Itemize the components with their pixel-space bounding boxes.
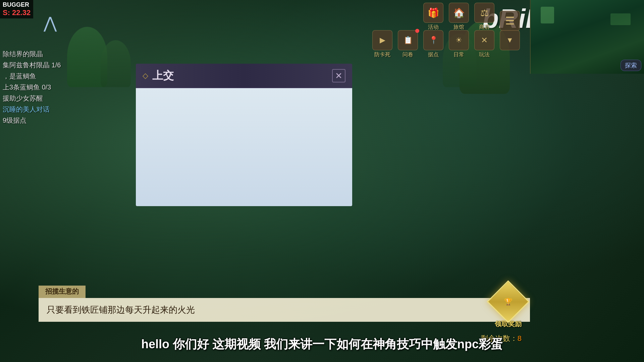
collapse-icon: ▼ bbox=[500, 30, 520, 50]
quest-item-6: 沉睡的美人对话 bbox=[3, 105, 61, 114]
arrow-up-icon[interactable]: ⋀ bbox=[44, 13, 57, 32]
stronghold-label: 据点 bbox=[428, 51, 439, 58]
nav-shop[interactable]: ⚖ 商店 bbox=[474, 3, 494, 31]
gameplay-label: 玩法 bbox=[479, 51, 490, 58]
scene-tree-2 bbox=[101, 40, 131, 87]
dialogue-text: 只要看到铁匠铺那边每天升起来的火光 bbox=[47, 303, 522, 316]
nav-hotel[interactable]: 🏠 旅馆 bbox=[449, 3, 469, 31]
anti-freeze-label: 防卡死 bbox=[374, 51, 390, 58]
quest-item-4: 上3条蓝鲷鱼 0/3 bbox=[3, 83, 61, 92]
modal-submit: ◇ 上交 ✕ bbox=[136, 64, 352, 206]
menu-icon: ☰ bbox=[500, 11, 520, 31]
debug-title: BUGGER bbox=[3, 1, 31, 8]
survey-notification bbox=[415, 29, 419, 33]
modal-header: ◇ 上交 ✕ bbox=[136, 64, 352, 88]
daily-label: 日常 bbox=[453, 51, 464, 58]
dialogue-speaker: 招揽生意的 bbox=[39, 286, 86, 298]
shop-icon: ⚖ bbox=[474, 3, 494, 23]
hotel-icon: 🏠 bbox=[449, 3, 469, 23]
nav-activity[interactable]: 🎁 活动 bbox=[423, 3, 443, 31]
shop-label: 商店 bbox=[479, 24, 490, 31]
nav-daily[interactable]: ☀ 日常 bbox=[449, 30, 469, 58]
mini-map: 探索 bbox=[530, 0, 644, 74]
dialogue-box: 只要看到铁匠铺那边每天升起来的火光 bbox=[39, 298, 530, 322]
modal-close-button[interactable]: ✕ bbox=[332, 69, 345, 82]
nav-menu[interactable]: ☰ bbox=[500, 11, 520, 31]
gameplay-icon: ✕ bbox=[474, 30, 494, 50]
quest-item-3: ，是蓝鲷鱼 bbox=[3, 72, 61, 81]
nav-gameplay[interactable]: ✕ 玩法 bbox=[474, 30, 494, 58]
subtitle-text: hello 你们好 这期视频 我们来讲一下如何在神角技巧中触发npc彩蛋 bbox=[141, 337, 503, 351]
nav-stronghold[interactable]: 📍 据点 bbox=[423, 30, 443, 58]
reward-diamond-icon: 🏆 bbox=[487, 280, 529, 323]
quest-item-1: 除结界的限晶 bbox=[3, 50, 61, 59]
top-nav-row2: ▶ 防卡死 📋 问卷 📍 据点 ☀ 日常 ✕ 玩法 ▼ bbox=[372, 30, 520, 58]
quest-item-5: 援助少女苏醒 bbox=[3, 94, 61, 103]
stronghold-icon: 📍 bbox=[423, 30, 443, 50]
reward-button[interactable]: 🏆 领取奖励 bbox=[493, 287, 523, 328]
top-nav-row1: 🎁 活动 🏠 旅馆 ⚖ 商店 ☰ bbox=[423, 3, 520, 31]
dialogue-area: 招揽生意的 只要看到铁匠铺那边每天升起来的火光 bbox=[39, 286, 644, 322]
modal-title-group: ◇ 上交 bbox=[143, 68, 174, 83]
modal-diamond-icon: ◇ bbox=[143, 71, 148, 80]
modal-title: 上交 bbox=[152, 68, 174, 83]
quest-list: 除结界的限晶 集阿兹鲁村限晶 1/6 ，是蓝鲷鱼 上3条蓝鲷鱼 0/3 援助少女… bbox=[0, 47, 63, 130]
reward-icon-inner: 🏆 bbox=[504, 298, 513, 306]
explore-button[interactable]: 探索 bbox=[621, 60, 641, 71]
activity-icon: 🎁 bbox=[423, 3, 443, 23]
quest-item-7: 9级据点 bbox=[3, 116, 61, 125]
nav-survey[interactable]: 📋 问卷 bbox=[398, 30, 418, 58]
hotel-label: 旅馆 bbox=[453, 24, 464, 31]
quest-item-2: 集阿兹鲁村限晶 1/6 bbox=[3, 61, 61, 70]
debug-panel: BUGGER S: 22.32 bbox=[0, 0, 33, 18]
anti-freeze-icon: ▶ bbox=[372, 30, 392, 50]
subtitle-bar: hello 你们好 这期视频 我们来讲一下如何在神角技巧中触发npc彩蛋 bbox=[0, 336, 644, 353]
debug-fps: S: 22.32 bbox=[3, 8, 31, 17]
activity-label: 活动 bbox=[428, 24, 439, 31]
survey-label: 问卷 bbox=[402, 51, 413, 58]
nav-anti-freeze[interactable]: ▶ 防卡死 bbox=[372, 30, 392, 58]
survey-icon: 📋 bbox=[398, 30, 418, 50]
nav-collapse[interactable]: ▼ bbox=[500, 30, 520, 58]
modal-body bbox=[136, 88, 352, 206]
daily-icon: ☀ bbox=[449, 30, 469, 50]
